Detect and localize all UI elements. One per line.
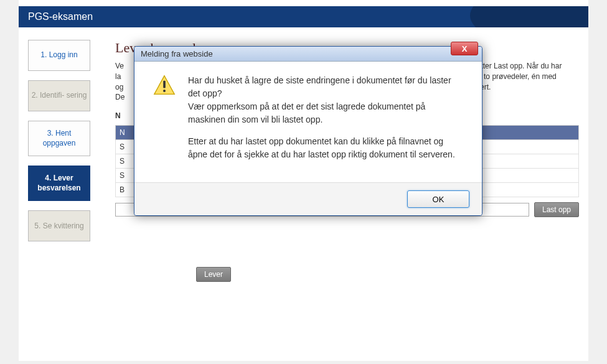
warning-icon (153, 74, 176, 96)
app-title: PGS-eksamen (28, 11, 93, 22)
step-3-get-task[interactable]: 3. Hent oppgaven (28, 121, 90, 156)
dialog-footer: OK (134, 182, 482, 215)
dialog-message: Har du husket å lagre de siste endringen… (188, 74, 463, 170)
step-2-identify: 2. Identifi- sering (28, 80, 90, 111)
close-icon: X (462, 44, 468, 54)
ok-button[interactable]: OK (407, 190, 469, 208)
message-dialog: Melding fra webside X Har du husket å la… (134, 46, 482, 216)
step-5-receipt: 5. Se kvittering (28, 210, 90, 241)
app-header: PGS-eksamen (19, 6, 588, 27)
dialog-titlebar: Melding fra webside X (134, 47, 482, 62)
upload-button[interactable]: Last opp (534, 202, 579, 217)
svg-rect-1 (163, 81, 166, 88)
dialog-title: Melding fra webside (141, 49, 213, 58)
step-sidebar: 1. Logg inn 2. Identifi- sering 3. Hent … (28, 40, 90, 282)
language-bar (19, 0, 588, 6)
header-decoration (470, 6, 588, 27)
step-1-login[interactable]: 1. Logg inn (28, 40, 90, 71)
dialog-close-button[interactable]: X (451, 42, 478, 55)
step-4-submit: 4. Lever besvarelsen (28, 166, 90, 201)
submit-button[interactable]: Lever (196, 267, 231, 282)
svg-point-2 (163, 90, 166, 92)
